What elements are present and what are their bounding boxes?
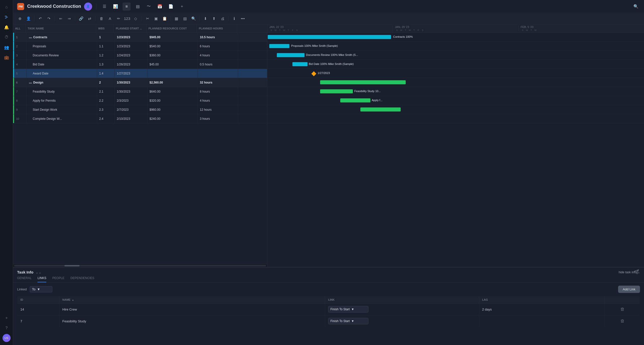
sidebar-item-clock[interactable]: ⏱ [2, 33, 11, 42]
delete-btn[interactable]: 🗑 [98, 15, 105, 22]
row-name: Proposals [27, 42, 97, 51]
sidebar-item-people[interactable]: 👥 [2, 43, 11, 52]
row-cost: $45.00 [147, 60, 198, 69]
sidebar-item-home[interactable]: ⌂ [2, 3, 11, 12]
add-task-btn[interactable]: ⊕ [16, 15, 24, 22]
link-type-dropdown[interactable]: Finish To Start ▼ [328, 318, 368, 324]
table-row[interactable]: 4 Bid Date 1.3 1/26/2023 $45.00 0.5 hour… [13, 60, 267, 69]
paste-btn[interactable]: 📋 [161, 15, 168, 22]
row-id: 10 [14, 114, 27, 123]
gantt-rows: Contracts 100% Proposals 100% Mike Smith… [267, 33, 644, 267]
collapse-icon[interactable]: ⌄⌄ [35, 270, 42, 274]
zoom-btn[interactable]: 🔍 [190, 15, 197, 22]
link-type-dropdown[interactable]: Finish To Start ▼ [328, 306, 368, 313]
tab-people[interactable]: PEOPLE [52, 276, 64, 282]
more-btn[interactable]: ••• [239, 15, 247, 22]
table-row[interactable]: 6 ▬ Design 2 1/30/2023 $2,560.00 32 hour… [13, 78, 267, 87]
row-id: 9 [14, 105, 27, 114]
topbar-doc-icon[interactable]: 📄 [167, 3, 175, 11]
row-hours: 3 hours [198, 114, 238, 123]
gantt-bar-label-docs: Documents Review 100% Mike Smith (S... [306, 53, 358, 56]
gantt-row-6 [267, 78, 644, 87]
delete-link-button[interactable] [608, 319, 637, 323]
table-row[interactable]: 2 Proposals 1.1 1/23/2023 $540.00 6 hour… [13, 42, 267, 51]
svg-rect-1 [6, 17, 8, 17]
col-header-name[interactable]: TASK NAME [26, 24, 96, 32]
table-view-btn[interactable]: ▤ [181, 15, 189, 22]
links-filter-row: Linked To ▼ Add Link [17, 286, 640, 293]
link-row-name: Hire Crew [59, 303, 325, 315]
sidebar-item-help[interactable]: ？ [2, 323, 11, 332]
scrollbar-thumb[interactable] [64, 265, 80, 266]
scrollbar-track [14, 265, 266, 266]
delete-link-button[interactable] [608, 307, 637, 311]
table-row[interactable]: 9 Start Design Work 2.3 2/7/2023 $960.00… [13, 105, 267, 114]
topbar-table-icon[interactable]: ▤ [134, 3, 142, 11]
indent-btn[interactable]: ⇒ [65, 15, 73, 22]
table-body: 1 ▬ Contracts 1 1/23/2023 $945.00 10.5 h… [13, 33, 267, 264]
th-name: NAME ▲ [59, 296, 325, 303]
sidebar-item-notifications[interactable]: 🔔 [2, 23, 11, 32]
undo-btn[interactable]: ↶ [36, 15, 44, 22]
linked-dropdown[interactable]: To ▼ [30, 286, 52, 292]
add-link-button[interactable]: Add Link [618, 286, 640, 293]
topbar-chart-icon[interactable]: 📊 [111, 3, 120, 11]
toolbar-div-4 [95, 16, 96, 21]
sidebar-item-add[interactable]: ＋ [2, 313, 11, 322]
topbar-gantt-icon[interactable]: ≡ [123, 3, 131, 11]
row-start: 1/30/2023 [115, 78, 147, 87]
gantt-row-1: Contracts 100% [267, 33, 644, 42]
project-avatar[interactable]: 👤 [84, 3, 92, 11]
row-start: 1/27/2023 [115, 69, 147, 78]
cut-btn[interactable]: ✂ [144, 15, 151, 22]
table-row[interactable]: 10 Complete Design W... 2.4 2/10/2023 $2… [13, 114, 267, 123]
outdent-btn[interactable]: ⇐ [57, 15, 64, 22]
horizontal-scrollbar[interactable] [13, 264, 267, 267]
tab-links[interactable]: LINKS [37, 276, 46, 282]
shape-btn[interactable]: ◇ [132, 15, 139, 22]
col-header-hours[interactable]: PLANNED HOURS [197, 24, 237, 32]
sidebar-item-gantt[interactable] [2, 13, 11, 22]
tab-dependencies[interactable]: DEPENDENCIES [70, 276, 94, 282]
col-header-start[interactable]: PLANNED START ... [114, 24, 146, 32]
redo-btn[interactable]: ↷ [45, 15, 53, 22]
number-btn[interactable]: 123 [123, 15, 131, 22]
import-btn[interactable]: ⬆ [210, 15, 218, 22]
sidebar-item-briefcase[interactable]: 💼 [2, 53, 11, 62]
task-info-header: Task Info ⌄⌄ hide task info ⌄ [13, 267, 644, 274]
col-header-cost[interactable]: PLANNED RESOURCE COST [146, 24, 197, 32]
table-row[interactable]: 5 Award Date 1.4 1/27/2023 [13, 69, 267, 78]
search-button[interactable]: 🔍 [632, 3, 640, 11]
row-wbs: 1.2 [97, 51, 115, 60]
gantt-week2-label: JAN, 29 '23 [395, 25, 516, 28]
topbar-list-icon[interactable]: ☰ [100, 3, 108, 11]
split-view-btn[interactable]: ▦ [173, 15, 180, 22]
col-header-all[interactable]: ALL [13, 24, 26, 32]
unlink-btn[interactable]: ⇄ [86, 15, 93, 22]
export-btn[interactable]: ⬇ [202, 15, 209, 22]
topbar-waveform-icon[interactable]: 〜 [145, 3, 153, 11]
sidebar-item-avatar[interactable]: US [2, 333, 11, 342]
info-btn[interactable]: ℹ [231, 15, 238, 22]
col-header-wbs[interactable]: WBS [96, 24, 114, 32]
table-row[interactable]: 7 Feasibility Study 2.1 1/30/2023 $640.0… [13, 87, 267, 96]
table-row[interactable]: 8 Apply for Permits 2.2 2/3/2023 $320.00… [13, 96, 267, 105]
send-icon[interactable] [634, 269, 639, 275]
paint-btn[interactable]: ✏ [115, 15, 122, 22]
print-btn[interactable]: 🖨 [219, 15, 226, 22]
topbar-calendar-icon[interactable]: 📅 [156, 3, 164, 11]
toolbar-div-7 [199, 16, 200, 21]
table-row[interactable]: 1 ▬ Contracts 1 1/23/2023 $945.00 10.5 h… [13, 33, 267, 42]
table-row[interactable]: 3 Documents Review 1.2 1/24/2023 $360.00… [13, 51, 267, 60]
task-info-panel: Task Info ⌄⌄ hide task info ⌄ GENERAL LI… [13, 267, 644, 345]
topbar-plus-icon[interactable]: ＋ [178, 3, 186, 11]
text-btn[interactable]: A [106, 15, 114, 22]
gantt-bar-docs [277, 53, 305, 57]
tab-general[interactable]: GENERAL [17, 276, 31, 282]
gantt-bar-label-contracts: Contracts 100% [393, 35, 413, 38]
task-info-tabs: GENERAL LINKS PEOPLE DEPENDENCIES [13, 274, 644, 283]
copy-btn[interactable]: ▣ [152, 15, 160, 22]
gantt-week1-label: JAN, 22 '23 [269, 25, 391, 28]
link-btn[interactable]: 🔗 [77, 15, 85, 22]
add-person-btn[interactable]: 👤 [25, 15, 32, 22]
